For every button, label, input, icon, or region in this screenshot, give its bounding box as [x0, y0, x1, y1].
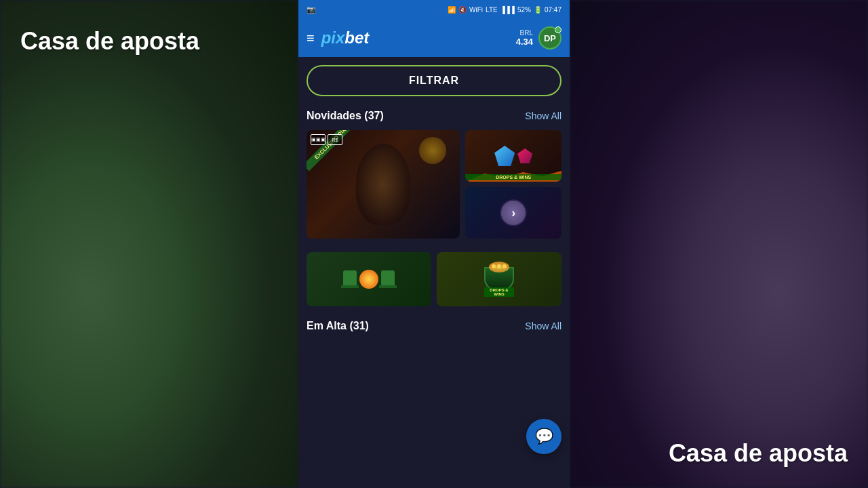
status-left: 📷	[307, 5, 316, 14]
coin2	[497, 264, 501, 268]
battery-percent: 52%	[517, 6, 531, 14]
header-right: BRL 4.34 DP	[516, 26, 561, 49]
currency-label: BRL	[520, 29, 533, 37]
chat-button[interactable]: 💬	[526, 419, 561, 454]
status-right: 📶 🔇 WiFi LTE ▐▐▐ 52% 🔋 07:47	[448, 6, 561, 14]
more-button[interactable]: ›	[501, 201, 526, 225]
em-alta-title: Em Alta (31)	[307, 320, 369, 332]
avatar[interactable]: DP	[538, 26, 561, 49]
game-cauldron[interactable]: DROPS & WINS	[437, 252, 561, 306]
signal-bars-icon: 📶	[448, 6, 456, 14]
game-small-col: DROPS & WINS ›	[465, 130, 561, 239]
game-fire[interactable]: DROPS & WINS	[465, 130, 561, 182]
filter-button[interactable]: FILTRAR	[307, 65, 561, 96]
game-adventure-more[interactable]: ›	[465, 187, 561, 239]
leprechaun-content	[343, 270, 395, 289]
novidades-title: Novidades (37)	[307, 110, 384, 122]
bottom-games: DROPS & WINS	[307, 252, 561, 306]
cauldron-bg: DROPS & WINS	[437, 252, 561, 306]
em-alta-show-all[interactable]: Show All	[525, 321, 561, 331]
game-icon-label-2: R$	[332, 138, 338, 142]
drops-label-2: DROPS & WINS	[484, 287, 514, 297]
hat2	[381, 270, 395, 288]
game-icon-label: ▣▣▣	[311, 137, 326, 142]
hat-brim	[341, 285, 359, 288]
game-leprechaun[interactable]	[307, 252, 431, 306]
signal-icon: ▐▐▐	[500, 6, 515, 14]
status-bar: 📷 📶 🔇 WiFi LTE ▐▐▐ 52% 🔋 07:47	[298, 0, 570, 19]
hat-brim2	[379, 285, 397, 288]
network-icon: LTE	[486, 6, 498, 14]
gem-pink	[517, 148, 532, 163]
balance-amount: 4.34	[516, 37, 533, 47]
avatar-online-dot	[555, 26, 561, 33]
mute-icon: 🔇	[458, 6, 467, 14]
bg-right	[570, 0, 868, 488]
coin3	[502, 264, 507, 268]
game-icon-2: R$	[328, 134, 342, 145]
character-figure	[356, 144, 410, 225]
main-content: FILTRAR Novidades (37) Show All EXCLUSIV…	[298, 57, 570, 488]
balance-box: BRL 4.34	[516, 29, 533, 47]
leprechaun-bg	[307, 252, 431, 306]
novidades-section-header: Novidades (37) Show All	[307, 110, 561, 122]
phone-container: 📷 📶 🔇 WiFi LTE ▐▐▐ 52% 🔋 07:47 ≡ pixbet …	[298, 0, 570, 488]
bg-left	[0, 0, 298, 488]
em-alta-section-header: Em Alta (31) Show All	[307, 320, 561, 332]
fire-gems	[494, 146, 532, 166]
logo-bet: bet	[344, 28, 369, 47]
coins	[492, 264, 507, 268]
cauldron-content: DROPS & WINS	[484, 267, 514, 291]
coin1	[492, 264, 496, 268]
app-logo: pixbet	[321, 28, 370, 47]
watermark-right: Casa de aposta	[669, 439, 848, 468]
app-header: ≡ pixbet BRL 4.34 DP	[298, 19, 570, 57]
chat-bubble-icon: 💬	[535, 428, 553, 445]
hamburger-menu-icon[interactable]: ≡	[307, 30, 315, 46]
hat	[343, 270, 357, 288]
watermark-left: Casa de aposta	[20, 27, 199, 56]
face	[359, 270, 378, 289]
drops-wins-label: DROPS & WINS	[465, 174, 561, 180]
game-icon-1: ▣▣▣	[311, 134, 326, 145]
game-large-exclusivo[interactable]: EXCLUSIVO PIXBET ▣▣▣ R$	[307, 130, 460, 239]
clock: 07:47	[545, 6, 561, 14]
game-icons: ▣▣▣ R$	[311, 134, 342, 145]
battery-icon: 🔋	[534, 6, 542, 14]
games-grid: EXCLUSIVO PIXBET ▣▣▣ R$	[307, 130, 561, 239]
novidades-show-all[interactable]: Show All	[525, 110, 561, 121]
moon-decoration	[419, 137, 446, 164]
avatar-initials: DP	[544, 33, 556, 43]
camera-icon: 📷	[307, 5, 316, 14]
logo-pix: pix	[321, 28, 345, 47]
gem-blue	[494, 146, 515, 166]
wifi-icon: WiFi	[469, 6, 483, 14]
